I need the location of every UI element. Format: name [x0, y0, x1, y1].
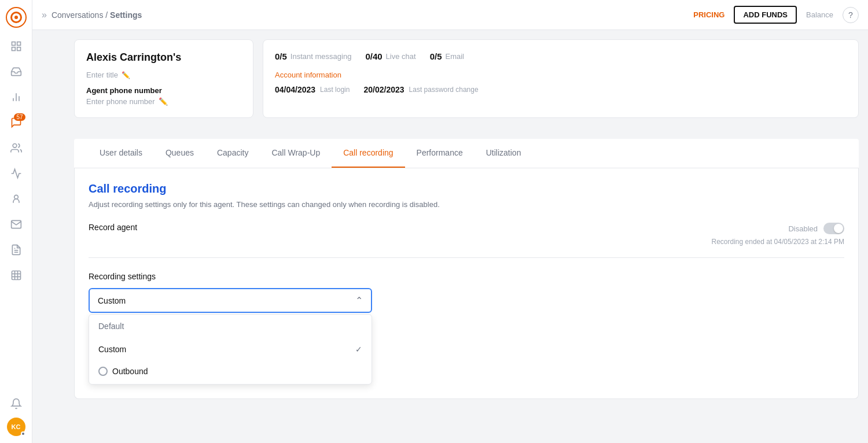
outbound-radio[interactable]: [98, 367, 108, 376]
stat-label-email: Email: [445, 52, 464, 61]
svg-point-7: [13, 144, 17, 148]
add-funds-button[interactable]: ADD FUNDS: [734, 6, 797, 24]
last-password-item: 20/02/2023 Last password change: [363, 85, 478, 94]
check-icon: ✓: [355, 345, 362, 354]
status-dot: [21, 431, 25, 436]
sidebar-item-dashboard[interactable]: [5, 35, 28, 58]
sidebar-item-reports[interactable]: [5, 86, 28, 109]
record-agent-right: Disabled Recording ended at 04/05/2023 a…: [712, 223, 845, 246]
svg-rect-2: [12, 47, 15, 51]
breadcrumb-current: Settings: [110, 10, 142, 20]
tab-performance[interactable]: Performance: [405, 139, 475, 168]
chevron-up-icon: ⌃: [355, 295, 363, 306]
main-content: Alexis Carrington's Enter title ✏️ Agent…: [65, 30, 868, 443]
sidebar-item-messages[interactable]: [5, 213, 28, 236]
sidebar-item-team[interactable]: [5, 187, 28, 211]
breadcrumb: Conversations / Settings: [52, 10, 142, 20]
tabs-container: User details Queues Capacity Call Wrap-U…: [74, 139, 859, 168]
stat-item-livechat: 0/40 Live chat: [365, 51, 415, 61]
stat-count-im: 0/5: [275, 51, 287, 61]
svg-rect-3: [17, 47, 20, 51]
tab-capacity[interactable]: Capacity: [205, 139, 260, 168]
select-box-text: Custom: [98, 296, 126, 305]
dropdown-item-custom[interactable]: Custom ✓: [89, 338, 372, 361]
sidebar-item-notifications[interactable]: [5, 392, 28, 415]
top-nav: » Conversations / Settings PRICING ADD F…: [32, 0, 868, 30]
last-login-label: Last login: [320, 86, 350, 94]
dropdown-item-default[interactable]: Default: [89, 315, 372, 338]
sidebar-item-inbox[interactable]: [5, 60, 28, 83]
recording-settings-select[interactable]: Custom ⌃: [89, 288, 372, 313]
avatar[interactable]: KC: [7, 418, 25, 436]
stat-label-livechat: Live chat: [386, 52, 416, 61]
tab-utilization[interactable]: Utilization: [475, 139, 533, 168]
tab-user-details[interactable]: User details: [88, 139, 154, 168]
disabled-label: Disabled: [788, 224, 818, 233]
tab-call-wrap-up[interactable]: Call Wrap-Up: [260, 139, 332, 168]
last-login-item: 04/04/2023 Last login: [275, 85, 350, 94]
phone-label: Agent phone number: [86, 86, 241, 95]
stat-item-im: 0/5 Instant messaging: [275, 51, 351, 61]
last-password-label: Last password change: [409, 86, 479, 94]
tab-queues[interactable]: Queues: [154, 139, 205, 168]
last-login-date: 04/04/2023: [275, 85, 315, 94]
cards-row: Alexis Carrington's Enter title ✏️ Agent…: [65, 30, 868, 130]
svg-rect-0: [12, 42, 15, 46]
agent-name: Alexis Carrington's: [86, 51, 241, 64]
sidebar-item-conversations[interactable]: 57: [5, 111, 28, 134]
tab-call-recording[interactable]: Call recording: [332, 139, 404, 168]
conversations-badge: 57: [14, 113, 25, 121]
enter-title[interactable]: Enter title ✏️: [86, 71, 241, 79]
stats-card: 0/5 Instant messaging 0/40 Live chat 0/5…: [263, 39, 859, 118]
balance-text: Balance: [806, 10, 833, 19]
app-logo[interactable]: [6, 7, 27, 28]
recording-settings-label: Recording settings: [89, 272, 844, 281]
agent-card: Alexis Carrington's Enter title ✏️ Agent…: [74, 39, 253, 118]
stat-count-livechat: 0/40: [365, 51, 382, 61]
stat-count-email: 0/5: [430, 51, 442, 61]
dropdown-menu: Default Custom ✓ Outbound: [89, 314, 372, 385]
account-info-row: 04/04/2023 Last login 20/02/2023 Last pa…: [275, 85, 847, 94]
svg-rect-11: [12, 271, 20, 280]
section-desc: Adjust recording settings only for this …: [89, 200, 844, 209]
sidebar-item-audit[interactable]: [5, 238, 28, 261]
sidebar-item-contacts[interactable]: [5, 136, 28, 160]
toggle-thumb: [834, 224, 843, 233]
svg-rect-1: [17, 42, 20, 46]
sidebar: 57 KC: [0, 0, 32, 443]
outbound-radio-row: Outbound: [89, 361, 372, 384]
edit-icon: ✏️: [122, 71, 130, 79]
section-title: Call recording: [89, 182, 844, 195]
stat-label-im: Instant messaging: [290, 52, 352, 61]
record-agent-label: Record agent: [89, 223, 137, 232]
phone-edit-icon: ✏️: [159, 97, 168, 106]
stat-item-email: 0/5 Email: [430, 51, 464, 61]
record-agent-row: Record agent Disabled Recording ended at…: [89, 223, 844, 258]
enter-phone[interactable]: Enter phone number ✏️: [86, 97, 241, 106]
svg-point-8: [14, 195, 18, 199]
sidebar-item-analytics[interactable]: [5, 162, 28, 185]
disabled-toggle-row: Disabled: [788, 223, 844, 234]
help-button[interactable]: ?: [843, 7, 859, 23]
pricing-link[interactable]: PRICING: [693, 10, 724, 19]
recording-ended-text: Recording ended at 04/05/2023 at 2:14 PM: [712, 238, 845, 246]
outbound-label[interactable]: Outbound: [112, 367, 148, 376]
recording-toggle[interactable]: [823, 223, 844, 234]
last-password-date: 20/02/2023: [363, 85, 404, 94]
content-panel: Call recording Adjust recording settings…: [74, 168, 859, 399]
nav-chevron[interactable]: »: [42, 10, 47, 20]
breadcrumb-base: Conversations /: [52, 10, 108, 20]
stats-row: 0/5 Instant messaging 0/40 Live chat 0/5…: [275, 51, 847, 61]
sidebar-item-grid2[interactable]: [5, 264, 28, 287]
account-info-label[interactable]: Account information: [275, 71, 847, 79]
